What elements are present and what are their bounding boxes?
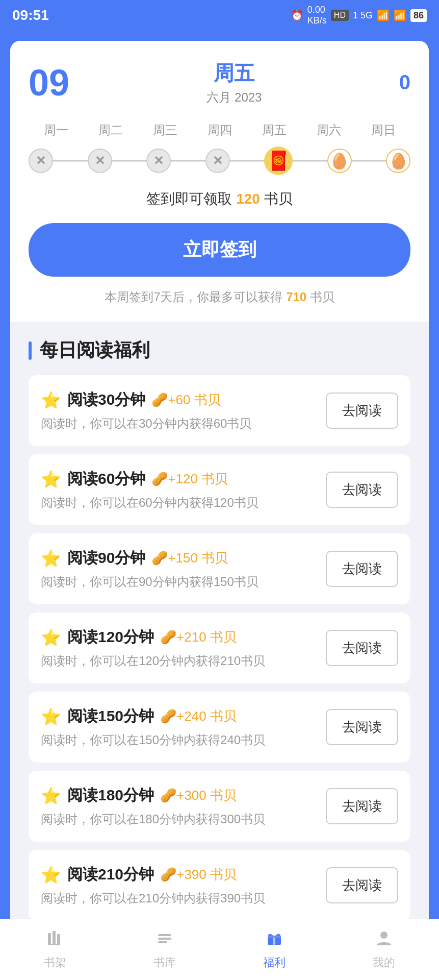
reading-title-2: 阅读90分钟 bbox=[67, 548, 145, 569]
network-type: 1 5G bbox=[353, 10, 373, 21]
star-icon-4: ⭐ bbox=[41, 707, 61, 726]
signin-button[interactable]: 立即签到 bbox=[29, 223, 410, 277]
checkin-card: 09 周五 六月 2023 0 周一 周二 周三 周四 周五 周六 周日 ✕ ✕ bbox=[10, 41, 429, 322]
svg-rect-6 bbox=[158, 941, 167, 943]
reward-prefix: 签到即可领取 bbox=[146, 191, 232, 207]
star-icon-5: ⭐ bbox=[41, 786, 61, 805]
hd-badge: HD bbox=[331, 10, 349, 21]
star-icon-2: ⭐ bbox=[41, 549, 61, 568]
reading-desc-1: 阅读时，你可以在60分钟内获得120书贝 bbox=[41, 495, 326, 511]
reading-item-title-6: ⭐ 阅读210分钟 🥜+390 书贝 bbox=[41, 864, 326, 885]
reading-title-3: 阅读120分钟 bbox=[67, 627, 154, 648]
date-center: 周五 六月 2023 bbox=[206, 59, 262, 106]
svg-point-11 bbox=[380, 932, 388, 939]
day-marker-wed: ✕ bbox=[146, 149, 171, 173]
day-marker-sat: 🥚 bbox=[327, 149, 352, 173]
reading-item-left-4: ⭐ 阅读150分钟 🥜+240 书贝 阅读时，你可以在150分钟内获得240书贝 bbox=[41, 706, 326, 748]
reading-item-title-5: ⭐ 阅读180分钟 🥜+300 书贝 bbox=[41, 785, 326, 806]
nav-label-profile: 我的 bbox=[373, 955, 395, 970]
reading-item-3: ⭐ 阅读120分钟 🥜+210 书贝 阅读时，你可以在120分钟内获得210书贝… bbox=[29, 612, 410, 683]
reading-title-0: 阅读30分钟 bbox=[67, 389, 145, 410]
welfare-icon bbox=[265, 929, 283, 952]
reading-item-1: ⭐ 阅读60分钟 🥜+120 书贝 阅读时，你可以在60分钟内获得120书贝 去… bbox=[29, 454, 410, 525]
go-read-btn-5[interactable]: 去阅读 bbox=[326, 788, 398, 824]
reading-item-title-4: ⭐ 阅读150分钟 🥜+240 书贝 bbox=[41, 706, 326, 727]
weekly-prefix: 本周签到7天后，你最多可以获得 bbox=[105, 290, 282, 304]
reward-text: 签到即可领取 120 书贝 bbox=[29, 189, 410, 209]
seed-icon-sun: 🥚 bbox=[389, 152, 408, 170]
reading-reward-0: 🥜+60 书贝 bbox=[151, 391, 220, 409]
weekday-wed: 周三 bbox=[138, 122, 192, 138]
seed-icon-sat: 🥚 bbox=[330, 152, 349, 170]
svg-rect-10 bbox=[268, 936, 281, 938]
day-marker-mon: ✕ bbox=[29, 149, 53, 173]
star-icon-3: ⭐ bbox=[41, 628, 61, 647]
reward-amount: 120 bbox=[236, 191, 260, 207]
battery-icon: 86 bbox=[410, 9, 427, 22]
nav-label-bookshelf: 书架 bbox=[44, 955, 66, 970]
go-read-btn-0[interactable]: 去阅读 bbox=[326, 393, 398, 429]
svg-rect-9 bbox=[273, 937, 275, 945]
x-mark-mon: ✕ bbox=[36, 154, 46, 168]
reading-reward-4: 🥜+240 书贝 bbox=[160, 707, 237, 725]
main-content: 09 周五 六月 2023 0 周一 周二 周三 周四 周五 周六 周日 ✕ ✕ bbox=[10, 41, 429, 980]
profile-icon bbox=[375, 929, 393, 952]
weekday-sun: 周日 bbox=[356, 122, 410, 138]
weekday-thu: 周四 bbox=[192, 122, 247, 138]
go-read-btn-2[interactable]: 去阅读 bbox=[326, 551, 398, 587]
svg-rect-3 bbox=[48, 944, 60, 945]
coin-count: 0 bbox=[399, 71, 410, 94]
reading-item-title-1: ⭐ 阅读60分钟 🥜+120 书贝 bbox=[41, 469, 326, 489]
reading-reward-1: 🥜+120 书贝 bbox=[151, 470, 228, 488]
reading-desc-4: 阅读时，你可以在150分钟内获得240书贝 bbox=[41, 732, 326, 748]
status-time: 09:51 bbox=[12, 7, 49, 23]
reading-desc-3: 阅读时，你可以在120分钟内获得210书贝 bbox=[41, 653, 326, 669]
reading-item-left-5: ⭐ 阅读180分钟 🥜+300 书贝 阅读时，你可以在180分钟内获得300书贝 bbox=[41, 785, 326, 827]
go-read-btn-1[interactable]: 去阅读 bbox=[326, 472, 398, 508]
x-mark-wed: ✕ bbox=[153, 154, 164, 168]
star-icon-1: ⭐ bbox=[41, 470, 61, 489]
week-days: 周一 周二 周三 周四 周五 周六 周日 bbox=[29, 122, 410, 138]
weekly-unit: 书贝 bbox=[310, 290, 334, 304]
wifi-icon: 📶 bbox=[394, 9, 406, 21]
reading-desc-0: 阅读时，你可以在30分钟内获得60书贝 bbox=[41, 415, 326, 432]
reading-item-5: ⭐ 阅读180分钟 🥜+300 书贝 阅读时，你可以在180分钟内获得300书贝… bbox=[29, 771, 410, 842]
library-icon bbox=[156, 929, 174, 952]
reading-title-1: 阅读60分钟 bbox=[67, 469, 145, 489]
week-progress: ✕ ✕ ✕ ✕ 🧧 🥚 🥚 bbox=[29, 146, 410, 175]
reading-item-title-3: ⭐ 阅读120分钟 🥜+210 书贝 bbox=[41, 627, 326, 648]
reading-item-title-2: ⭐ 阅读90分钟 🥜+150 书贝 bbox=[41, 548, 326, 569]
section-title: 每日阅读福利 bbox=[29, 338, 410, 363]
status-icons: ⏰ 0.00KB/s HD 1 5G 📶 📶 86 bbox=[291, 5, 427, 26]
bookshelf-icon bbox=[46, 929, 64, 952]
reading-desc-5: 阅读时，你可以在180分钟内获得300书贝 bbox=[41, 811, 326, 827]
reading-item-left-0: ⭐ 阅读30分钟 🥜+60 书贝 阅读时，你可以在30分钟内获得60书贝 bbox=[41, 389, 326, 432]
reading-item-left-6: ⭐ 阅读210分钟 🥜+390 书贝 阅读时，你可以在210分钟内获得390书贝 bbox=[41, 864, 326, 906]
weekly-amount: 710 bbox=[286, 290, 306, 304]
reading-item-left-2: ⭐ 阅读90分钟 🥜+150 书贝 阅读时，你可以在90分钟内获得150书贝 bbox=[41, 548, 326, 590]
reading-item-2: ⭐ 阅读90分钟 🥜+150 书贝 阅读时，你可以在90分钟内获得150书贝 去… bbox=[29, 533, 410, 604]
svg-rect-5 bbox=[158, 938, 171, 940]
reading-title-4: 阅读150分钟 bbox=[67, 706, 154, 727]
reading-item-left-1: ⭐ 阅读60分钟 🥜+120 书贝 阅读时，你可以在60分钟内获得120书贝 bbox=[41, 469, 326, 511]
svg-rect-0 bbox=[48, 933, 51, 944]
nav-item-welfare[interactable]: 福利 bbox=[220, 919, 329, 980]
go-read-btn-4[interactable]: 去阅读 bbox=[326, 709, 398, 745]
nav-item-library[interactable]: 书库 bbox=[110, 919, 219, 980]
section-title-text: 每日阅读福利 bbox=[40, 338, 150, 363]
reading-desc-2: 阅读时，你可以在90分钟内获得150书贝 bbox=[41, 574, 326, 590]
day-marker-sun: 🥚 bbox=[386, 149, 410, 173]
weekday-fri: 周五 bbox=[247, 122, 301, 138]
x-mark-thu: ✕ bbox=[213, 154, 223, 168]
weekday-tue: 周二 bbox=[83, 122, 138, 138]
go-read-btn-6[interactable]: 去阅读 bbox=[326, 867, 398, 903]
reading-title-5: 阅读180分钟 bbox=[67, 785, 154, 806]
go-read-btn-3[interactable]: 去阅读 bbox=[326, 630, 398, 666]
reading-title-6: 阅读210分钟 bbox=[67, 864, 154, 885]
nav-item-bookshelf[interactable]: 书架 bbox=[0, 919, 110, 980]
reading-item-title-0: ⭐ 阅读30分钟 🥜+60 书贝 bbox=[41, 389, 326, 410]
daily-reading-section: 每日阅读福利 ⭐ 阅读30分钟 🥜+60 书贝 阅读时，你可以在30分钟内获得6… bbox=[10, 322, 429, 937]
nav-item-profile[interactable]: 我的 bbox=[329, 919, 439, 980]
treasure-box-icon: 🧧 bbox=[267, 150, 290, 172]
nav-label-library: 书库 bbox=[153, 955, 176, 970]
